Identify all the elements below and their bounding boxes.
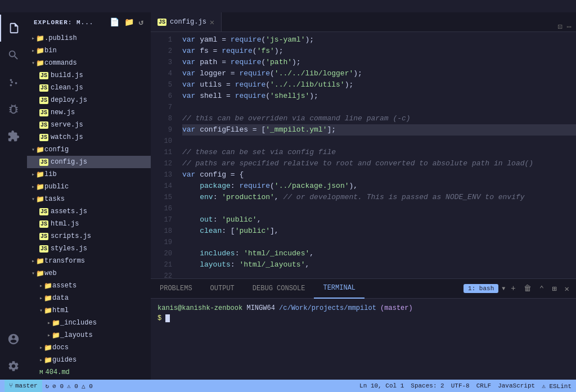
terminal-content[interactable]: kanis@kanishk-zenbook MINGW64 /c/Work/pr…	[151, 299, 576, 380]
sidebar-item-styles-js[interactable]: JSstyles.js	[27, 242, 151, 255]
line-number-2: 2	[151, 46, 172, 57]
sidebar-item-lib[interactable]: ▸📁 lib	[27, 168, 151, 181]
tree-item-label: .publish	[44, 34, 77, 42]
tab-config-js[interactable]: JS config.js ✕	[151, 12, 222, 31]
files-icon[interactable]	[0, 15, 27, 42]
refresh-icon[interactable]: ↺	[139, 17, 144, 27]
source-control-icon[interactable]	[0, 69, 27, 96]
kill-terminal-icon[interactable]: 🗑	[521, 283, 534, 294]
sidebar-item-scripts-js[interactable]: JSscripts.js	[27, 230, 151, 242]
account-icon[interactable]	[0, 326, 27, 353]
line-ending[interactable]: CRLF	[476, 382, 491, 389]
sidebar-item-public[interactable]: ▸📁 public	[27, 181, 151, 193]
sidebar: EXPLORER: M... 📄 📁 ↺ ▸📁 .publish▸📁 bin▾📁…	[27, 12, 151, 380]
tab-label: config.js	[170, 18, 206, 26]
tree-item-label: 404.md	[46, 368, 70, 376]
sidebar-item-new-js[interactable]: JSnew.js	[27, 106, 151, 119]
maximize-panel-icon[interactable]: ⌃	[537, 283, 546, 295]
new-file-icon[interactable]: 📄	[110, 17, 120, 27]
tree-item-label: config.js	[51, 158, 87, 166]
line-number-21: 21	[151, 259, 172, 271]
sidebar-item-commands[interactable]: ▾📁 commands	[27, 57, 151, 69]
js-file-icon: JS	[39, 233, 48, 240]
sidebar-item-deploy-js[interactable]: JSdeploy.js	[27, 94, 151, 106]
terminal-badge[interactable]: 1: bash	[464, 284, 498, 293]
editor-area: JS config.js ✕ ⊡ ⋯ 123456789101112131415…	[151, 12, 576, 380]
sidebar-item-data-folder[interactable]: ▸📁 data	[27, 292, 151, 304]
search-icon[interactable]	[0, 42, 27, 69]
cursor-position[interactable]: Ln 10, Col 1	[359, 382, 404, 389]
sidebar-item-assets-folder[interactable]: ▸📁 assets	[27, 280, 151, 292]
js-file-icon: JS	[39, 159, 48, 166]
terminal-prompt: $	[158, 314, 165, 322]
sidebar-item-build-js[interactable]: JSbuild.js	[27, 69, 151, 82]
tree-item-label: public	[44, 183, 69, 191]
tree-item-label: bin	[44, 47, 57, 55]
title-bar	[0, 0, 576, 12]
settings-icon[interactable]	[0, 353, 27, 380]
indent-size[interactable]: Spaces: 2	[411, 382, 444, 389]
debug-icon[interactable]	[0, 96, 27, 123]
sidebar-item-404-md[interactable]: M404.md	[27, 366, 151, 379]
sidebar-item-layouts-folder[interactable]: ▸📁 _layouts	[27, 329, 151, 341]
sidebar-item-transforms[interactable]: ▸📁 transforms	[27, 255, 151, 267]
more-actions-icon[interactable]: ⋯	[567, 22, 572, 31]
sidebar-item-guides-folder[interactable]: ▸📁 guides	[27, 354, 151, 366]
sidebar-item-bin[interactable]: ▸📁 bin	[27, 44, 151, 57]
code-line-2: var fs = require('fs');	[182, 46, 576, 57]
add-terminal-icon[interactable]: +	[508, 283, 518, 294]
language-mode[interactable]: JavaScript	[498, 382, 535, 389]
new-folder-icon[interactable]: 📁	[124, 17, 134, 27]
encoding[interactable]: UTF-8	[451, 382, 470, 389]
warning-count[interactable]: ⚠ 0	[67, 382, 78, 390]
line-number-12: 12	[151, 158, 172, 169]
sync-icon[interactable]: ↻	[46, 382, 50, 390]
tab-problems[interactable]: PROBLEMS	[151, 279, 201, 299]
line-number-19: 19	[151, 237, 172, 248]
sidebar-item-watch-js[interactable]: JSwatch.js	[27, 131, 151, 143]
tree-item-label: deploy.js	[51, 96, 87, 104]
sidebar-item-publish[interactable]: ▸📁 .publish	[27, 32, 151, 44]
git-branch[interactable]: ⑂ master	[4, 380, 42, 392]
folder-icon: 📁	[36, 195, 44, 204]
folder-icon: 📁	[36, 170, 44, 179]
chevron-icon: ▾	[32, 60, 35, 66]
terminal-dropdown-icon[interactable]: ▼	[502, 286, 505, 292]
terminal-user: kanis@kanishk-zenbook	[158, 304, 242, 312]
line-number-13: 13	[151, 169, 172, 181]
error-count[interactable]: ⊘ 0	[52, 382, 64, 390]
split-editor-icon[interactable]: ⊡	[557, 22, 562, 31]
sidebar-item-html-folder[interactable]: ▾📁 html	[27, 304, 151, 317]
code-line-1: var yaml = require('js-yaml');	[182, 34, 576, 46]
sidebar-item-serve-js[interactable]: JSserve.js	[27, 119, 151, 131]
branch-icon: ⑂	[9, 382, 13, 389]
sidebar-item-includes-folder[interactable]: ▸📁 _includes	[27, 317, 151, 329]
code-line-16	[182, 203, 576, 214]
extensions-icon[interactable]	[0, 123, 27, 150]
sidebar-item-docs-folder[interactable]: ▸📁 docs	[27, 341, 151, 354]
eslint-status[interactable]: ⚠ ESLint	[542, 382, 572, 390]
tree-item-label: html	[52, 307, 69, 314]
sidebar-header: EXPLORER: M... 📄 📁 ↺	[27, 12, 151, 32]
tab-debug-console[interactable]: DEBUG CONSOLE	[244, 279, 314, 299]
folder-icon: 📁	[44, 307, 52, 315]
triangle-warning-count[interactable]: △ 0	[82, 382, 93, 390]
tab-terminal[interactable]: TERMINAL	[314, 279, 364, 299]
tab-output[interactable]: OUTPUT	[201, 279, 244, 299]
sidebar-item-web[interactable]: ▾📁 web	[27, 267, 151, 280]
code-content[interactable]: var yaml = require('js-yaml');var fs = r…	[178, 32, 576, 278]
sidebar-item-config[interactable]: ▾📁 config	[27, 143, 151, 156]
split-terminal-icon[interactable]: ⊞	[550, 283, 559, 295]
close-panel-icon[interactable]: ✕	[562, 283, 572, 295]
code-line-22	[182, 271, 576, 278]
sidebar-item-config-js[interactable]: JSconfig.js	[27, 156, 151, 168]
sidebar-item-assets-js[interactable]: JSassets.js	[27, 205, 151, 218]
sidebar-item-tasks[interactable]: ▾📁 tasks	[27, 193, 151, 205]
tree-item-label: config	[44, 146, 69, 154]
chevron-icon: ▸	[32, 47, 35, 54]
sidebar-item-clean-js[interactable]: JSclean.js	[27, 82, 151, 94]
tab-close-button[interactable]: ✕	[210, 17, 214, 27]
tab-bar: JS config.js ✕ ⊡ ⋯	[151, 12, 576, 32]
sidebar-item-html-js[interactable]: JShtml.js	[27, 218, 151, 230]
tree-item-label: guides	[52, 356, 76, 364]
